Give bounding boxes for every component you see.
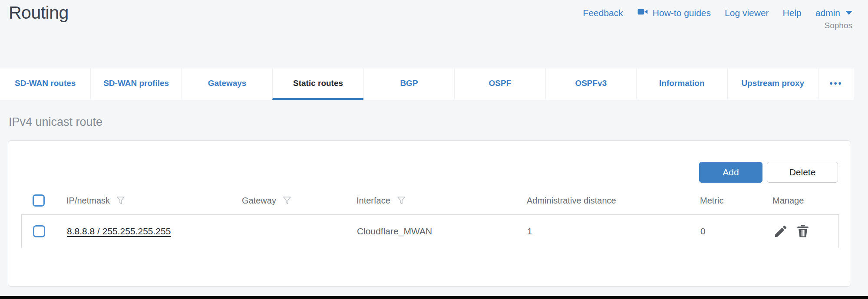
tab-sdwan-routes[interactable]: SD-WAN routes bbox=[0, 69, 90, 100]
help-link[interactable]: Help bbox=[783, 8, 802, 18]
feedback-link-label: Feedback bbox=[583, 8, 623, 18]
tab-information[interactable]: Information bbox=[636, 69, 727, 100]
route-metric-value: 0 bbox=[700, 226, 773, 237]
route-admin-distance-value: 1 bbox=[527, 226, 700, 237]
tab-ospf[interactable]: OSPF bbox=[454, 69, 545, 100]
col-interface: Interface bbox=[356, 196, 390, 206]
route-interface-value: Cloudflare_MWAN bbox=[357, 226, 527, 237]
video-camera-icon bbox=[637, 6, 648, 20]
col-metric: Metric bbox=[700, 196, 723, 206]
col-admin-distance: Administrative distance bbox=[527, 196, 616, 206]
page-header: Routing Feedback How-to guides Log viewe… bbox=[0, 0, 868, 69]
window-bottom-edge bbox=[0, 296, 868, 299]
col-ip-netmask: IP/netmask bbox=[66, 196, 110, 206]
help-label: Help bbox=[783, 8, 802, 18]
section-heading: IPv4 unicast route bbox=[9, 115, 868, 129]
col-gateway: Gateway bbox=[242, 196, 276, 206]
static-routes-card: Add Delete IP/netmask Gateway Interface bbox=[8, 140, 851, 287]
route-manage-cell bbox=[773, 223, 838, 239]
route-ip-netmask-link[interactable]: 8.8.8.8 / 255.255.255.255 bbox=[67, 226, 171, 236]
table-row: 8.8.8.8 / 255.255.255.255 Cloudflare_MWA… bbox=[21, 214, 839, 248]
more-tabs-ellipsis-icon[interactable]: ••• bbox=[818, 69, 854, 100]
col-manage: Manage bbox=[772, 196, 804, 206]
tab-bgp[interactable]: BGP bbox=[363, 69, 454, 100]
utility-nav: Feedback How-to guides Log viewer Help a… bbox=[583, 6, 852, 20]
edit-pencil-icon[interactable] bbox=[773, 223, 789, 239]
filter-icon[interactable] bbox=[396, 195, 406, 206]
tab-static-routes[interactable]: Static routes bbox=[272, 69, 363, 100]
table-header-row: IP/netmask Gateway Interface A bbox=[21, 190, 839, 211]
routing-tabbar: SD-WAN routes SD-WAN profiles Gateways S… bbox=[0, 69, 854, 100]
table-toolbar: Add Delete bbox=[699, 162, 838, 183]
row-checkbox[interactable] bbox=[33, 225, 45, 237]
tab-ospfv3[interactable]: OSPFv3 bbox=[545, 69, 636, 100]
chevron-down-icon bbox=[845, 11, 852, 15]
delete-trash-icon[interactable] bbox=[795, 223, 811, 239]
howto-guides-label: How-to guides bbox=[653, 8, 711, 18]
admin-menu[interactable]: admin bbox=[815, 8, 852, 18]
log-viewer-link[interactable]: Log viewer bbox=[725, 8, 769, 18]
filter-icon[interactable] bbox=[116, 195, 126, 206]
admin-menu-label: admin bbox=[815, 8, 840, 18]
delete-button[interactable]: Delete bbox=[767, 162, 838, 183]
select-all-checkbox[interactable] bbox=[33, 194, 45, 207]
brand-label: Sophos bbox=[825, 21, 852, 30]
tab-upstream-proxy[interactable]: Upstream proxy bbox=[727, 69, 818, 100]
filter-icon[interactable] bbox=[282, 195, 292, 206]
page-title: Routing bbox=[9, 3, 69, 23]
tab-sdwan-profiles[interactable]: SD-WAN profiles bbox=[90, 69, 181, 100]
tab-gateways[interactable]: Gateways bbox=[182, 69, 272, 100]
add-button[interactable]: Add bbox=[699, 162, 762, 183]
log-viewer-label: Log viewer bbox=[725, 8, 769, 18]
howto-guides-link[interactable]: How-to guides bbox=[637, 6, 711, 20]
feedback-link[interactable]: Feedback bbox=[583, 8, 623, 18]
